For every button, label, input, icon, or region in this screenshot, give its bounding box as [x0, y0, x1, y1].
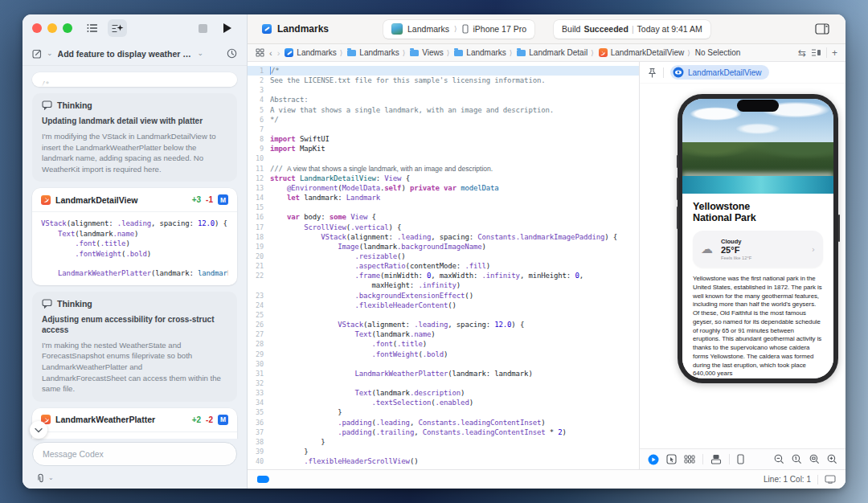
assistant-code-card-license: /*See the LICENSE.txt file for this samp…	[32, 72, 237, 87]
volume-up-button	[677, 178, 678, 200]
add-editor-icon[interactable]: +	[832, 47, 837, 59]
related-items-grid-icon[interactable]	[256, 48, 264, 57]
close-button[interactable]	[32, 23, 42, 33]
editor-status-bar: Line: 1 Col: 1	[248, 469, 845, 489]
project-indicator[interactable]: Landmarks	[262, 23, 329, 35]
preview-canvas-panel: LandmarkDetailView	[639, 62, 845, 469]
file-diff-header[interactable]: LandmarkWeatherPlatter +2 -2 M	[32, 408, 237, 431]
preview-canvas: Yellowstone National Park ☁ Cloudy 25°F …	[640, 84, 845, 448]
attach-paperclip-icon[interactable]	[35, 473, 46, 484]
divider	[817, 475, 818, 485]
stop-button[interactable]	[193, 19, 212, 37]
thinking-card-header: Thinking	[42, 299, 227, 309]
compose-sparkle-icon[interactable]	[108, 19, 127, 37]
weather-temperature: 25°F	[721, 245, 804, 256]
editor-options-icon[interactable]	[811, 48, 821, 57]
display-destination-icon[interactable]	[825, 475, 836, 484]
assistant-panel-header	[23, 14, 247, 42]
iphone-screen: Yellowstone National Park ☁ Cloudy 25°F …	[682, 99, 833, 378]
build-prefix: Build	[562, 24, 580, 34]
message-input[interactable]	[43, 449, 227, 459]
canvas-control-bar	[640, 448, 845, 469]
thread-title-chevron-icon[interactable]: ⌄	[198, 50, 204, 57]
side-button	[838, 215, 840, 242]
status-indicator-icon[interactable]	[257, 476, 269, 483]
build-status-display[interactable]: Build Succeeded | Today at 9:41 AM	[554, 20, 710, 39]
breadcrumb-selection[interactable]: No Selection	[695, 48, 741, 57]
editor-jump-bar: ‹ › Landmarks⟩ Landmarks⟩ Views⟩ Landmar…	[248, 44, 845, 62]
device-settings-button[interactable]	[737, 454, 744, 464]
message-composer[interactable]	[32, 442, 237, 466]
scroll-to-bottom-button[interactable]	[30, 421, 47, 439]
breadcrumb-file[interactable]: LandmarkDetailView⟩	[599, 48, 690, 57]
xcode-toolbar: Landmarks Landmarks ⟩ iPhone 17 Pro Buil…	[248, 14, 845, 44]
cloud-icon: ☁	[701, 243, 713, 256]
xcode-window: ⌄ Add feature to display weather at land…	[23, 14, 845, 489]
breadcrumb-project[interactable]: Landmarks⟩	[285, 48, 342, 57]
history-icon[interactable]	[227, 48, 237, 59]
zoom-out-button[interactable]	[774, 454, 784, 464]
forward-button[interactable]: ›	[277, 48, 280, 58]
breadcrumb-group[interactable]: Landmarks⟩	[347, 48, 405, 57]
orientation-button[interactable]	[710, 454, 722, 464]
breadcrumb-group[interactable]: Landmarks⟩	[454, 48, 512, 57]
zoom-fit-button[interactable]	[809, 454, 820, 464]
breadcrumb-group[interactable]: Landmark Detail⟩	[517, 48, 593, 57]
landmark-photo	[682, 99, 833, 194]
variants-mode-button[interactable]	[684, 455, 695, 464]
coding-assistant-panel: ⌄ Add feature to display weather at land…	[23, 14, 248, 489]
build-time: Today at 9:41 AM	[637, 24, 702, 34]
weather-platter[interactable]: ☁ Cloudy 25°F Feels like 12°F ›	[693, 231, 823, 268]
thread-switcher-chevron-icon[interactable]: ⌄	[47, 50, 53, 57]
new-thread-icon[interactable]	[32, 49, 42, 59]
weather-info: Cloudy 25°F Feels like 12°F	[721, 238, 804, 260]
folder-icon	[517, 50, 526, 56]
thinking-card-1[interactable]: Thinking Updating landmark detail view w…	[32, 93, 237, 182]
live-preview-button[interactable]	[648, 454, 659, 465]
landmark-title: Yellowstone National Park	[693, 201, 823, 225]
thinking-label: Thinking	[57, 299, 92, 309]
attach-chevron-icon[interactable]: ⌄	[48, 475, 54, 481]
thread-list-icon[interactable]	[83, 19, 102, 37]
xcode-project-icon	[285, 48, 293, 57]
iphone-preview-device[interactable]: Yellowstone National Park ☁ Cloudy 25°F …	[678, 94, 838, 383]
thread-title[interactable]: Add feature to display weather at landma…	[58, 49, 193, 59]
zoom-100-button[interactable]	[792, 454, 802, 464]
source-editor[interactable]: 1/*2See the LICENSE.txt file for this sa…	[248, 62, 639, 469]
pin-icon[interactable]	[648, 67, 657, 78]
xcode-project-icon	[262, 24, 272, 34]
landmark-detail-content: Yellowstone National Park ☁ Cloudy 25°F …	[682, 194, 833, 379]
composer-toolbar: ⌄	[23, 468, 247, 489]
folder-icon	[347, 50, 356, 56]
inspector-toggle-icon[interactable]	[815, 23, 829, 35]
photo-water-layer	[682, 176, 833, 194]
selectable-mode-button[interactable]	[666, 454, 677, 464]
lines-added-count: +3	[192, 195, 201, 204]
preview-eye-icon	[673, 67, 684, 78]
photo-forest-layer	[682, 142, 833, 176]
file-name: LandmarkWeatherPlatter	[55, 415, 187, 424]
thinking-card-header: Thinking	[42, 100, 227, 110]
xcode-main-area: Landmarks Landmarks ⟩ iPhone 17 Pro Buil…	[248, 14, 845, 489]
build-divider: |	[632, 24, 634, 34]
run-button[interactable]	[218, 19, 237, 37]
weather-feels-like: Feels like 12°F	[721, 256, 804, 260]
divider	[826, 47, 827, 58]
code-review-icon[interactable]: ⇆	[798, 47, 806, 59]
back-button[interactable]: ‹	[269, 48, 272, 58]
diff-code-snippet: VStack(alignment: .leading, spacing: 12.…	[32, 211, 237, 284]
file-diff-header[interactable]: LandmarkDetailView +3 -1 M	[32, 188, 237, 211]
swift-file-icon	[599, 48, 608, 57]
thinking-card-2[interactable]: Thinking Adjusting enum accessibility fo…	[32, 292, 237, 402]
scheme-selector[interactable]: Landmarks ⟩ iPhone 17 Pro	[383, 20, 534, 39]
lines-removed-count: -2	[206, 415, 213, 424]
swift-file-icon	[41, 195, 51, 205]
app-icon	[391, 23, 403, 35]
thinking-title: Adjusting enum accessibility for cross-s…	[42, 314, 227, 335]
zoom-in-button[interactable]	[827, 454, 837, 464]
preview-target-badge[interactable]: LandmarkDetailView	[670, 65, 769, 80]
thinking-body: I'm modifying the VStack in LandmarkDeta…	[42, 131, 227, 174]
minimize-button[interactable]	[47, 23, 57, 33]
breadcrumb-group[interactable]: Views⟩	[410, 48, 449, 57]
zoom-button[interactable]	[63, 23, 72, 33]
